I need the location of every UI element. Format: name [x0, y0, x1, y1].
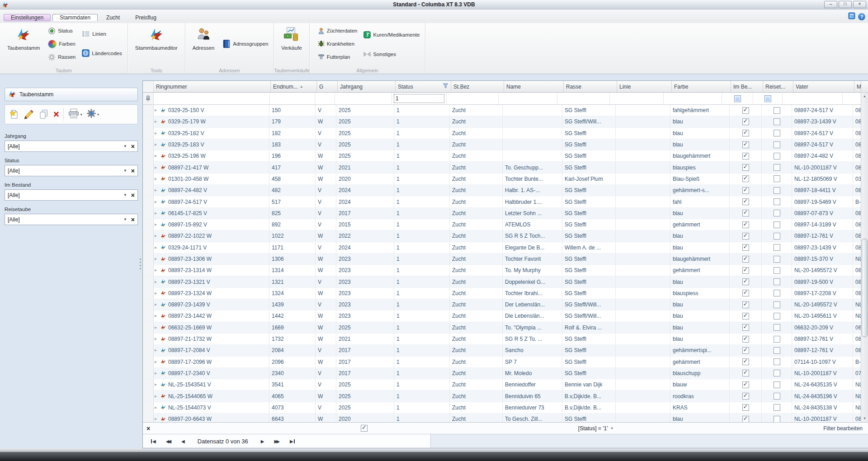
tab-einstellungen[interactable]: Einstellungen [4, 14, 51, 21]
table-row[interactable]: ▶0329-25-196 W196W20251ZuchtSG Stefflbla… [143, 151, 861, 162]
column-header-ring[interactable]: Ringnummer [154, 81, 271, 92]
filter-funnel-icon[interactable] [443, 83, 448, 90]
reisetaube-checkbox[interactable] [774, 347, 780, 354]
expand-row-icon[interactable]: ▶ [155, 212, 159, 215]
imbestand-checkbox[interactable]: ✓ [742, 278, 749, 285]
table-row[interactable]: ▶08897-22-1022 W1022W20221ZuchtSG R 5 Z … [143, 230, 861, 242]
reisetaube-checkbox[interactable] [774, 107, 780, 114]
imbestand-checkbox[interactable]: ✓ [742, 198, 749, 205]
filter-combo-jahrgang[interactable]: [Alle]▼× [5, 141, 138, 152]
maximize-button[interactable]: □ [839, 1, 852, 8]
table-row[interactable]: ▶08897-21-1732 W1732W20211ZuchtSG R 5 Z … [143, 334, 861, 345]
reisetaube-checkbox[interactable] [774, 244, 780, 251]
copy-record-button[interactable] [38, 109, 49, 120]
reisetaube-checkbox[interactable] [774, 393, 780, 400]
new-record-button[interactable] [9, 109, 19, 120]
table-row[interactable]: ▶06145-17-825 V825V20171ZuchtLetzter Soh… [143, 208, 861, 219]
autofilter-cell-ring[interactable] [154, 93, 270, 104]
reisetaube-checkbox[interactable] [774, 210, 780, 216]
expand-row-icon[interactable]: ▶ [155, 188, 159, 192]
column-header-endnr[interactable]: Endnum...▲ [271, 81, 317, 92]
delete-record-button[interactable]: × [53, 109, 59, 119]
ribbon-button-farben[interactable]: Farben [46, 39, 77, 49]
nav-next-page-button[interactable]: ▶▶ [274, 439, 280, 444]
imbestand-checkbox[interactable]: ✓ [742, 381, 749, 388]
help-icon[interactable]: ? [858, 13, 865, 20]
column-header-linie[interactable]: Linie [617, 81, 672, 92]
scroll-down-icon[interactable]: ▼ [861, 415, 868, 422]
ribbon-button-taubenstamm[interactable]: Taubenstamm [4, 24, 43, 52]
ribbon-button-adressen[interactable]: Adressen [189, 24, 218, 52]
table-row[interactable]: ▶08897-17-2084 V2084V20171ZuchtSanchoSG … [143, 345, 861, 356]
remove-filter-icon[interactable]: × [146, 425, 150, 432]
ribbon-button-verkäufe[interactable]: Verkäufe [278, 24, 305, 52]
reisetaube-checkbox[interactable] [774, 381, 780, 388]
reisetaube-checkbox[interactable] [774, 267, 780, 274]
table-row[interactable]: ▶08897-23-1306 W1306W20231ZuchtTochter F… [143, 254, 861, 265]
column-header-farbe[interactable]: Farbe [672, 81, 731, 92]
autofilter-cell-rasse[interactable] [557, 93, 610, 104]
imbestand-checkbox[interactable]: ✓ [742, 301, 749, 308]
tab-stammdaten[interactable]: Stammdaten [52, 14, 98, 21]
reisetaube-checkbox[interactable] [774, 301, 780, 308]
autofilter-cell-reisetaube[interactable] [753, 93, 783, 104]
reisetaube-checkbox[interactable] [774, 370, 780, 376]
table-row[interactable]: ▶08897-17-2096 W2096W20171ZuchtSP 7SG St… [143, 357, 861, 368]
expand-row-icon[interactable]: ▶ [155, 326, 159, 329]
autofilter-cell-vater[interactable] [783, 93, 843, 104]
imbestand-checkbox[interactable]: ✓ [742, 370, 749, 376]
ribbon-button-rassen[interactable]: Rassen [46, 53, 77, 61]
filter-combo-status[interactable]: [Alle]▼× [5, 165, 138, 176]
reisetaube-checkbox[interactable] [774, 175, 780, 182]
imbestand-checkbox[interactable]: ✓ [742, 130, 749, 136]
tab-preisflug[interactable]: Preisflug [128, 14, 163, 21]
nav-first-button[interactable]: ◀ [151, 439, 156, 444]
print-button[interactable]: ▾ [68, 108, 82, 121]
column-header-stbez[interactable]: St.Bez [451, 81, 504, 92]
chevron-down-icon[interactable]: ▼ [123, 144, 127, 148]
reisetaube-checkbox[interactable] [774, 198, 780, 205]
table-row[interactable]: ▶08897-23-1442 W1442W20231ZuchtDie Leben… [143, 310, 861, 322]
expand-row-icon[interactable]: ▶ [155, 166, 159, 169]
autofilter-cell-g[interactable] [315, 93, 335, 104]
reisetaube-checkbox[interactable] [774, 324, 780, 331]
table-row[interactable]: ▶08897-23-1439 V1439V20231ZuchtDer Leben… [143, 299, 861, 310]
table-row[interactable]: ▶08897-15-892 V892V20151ZuchtATEMLOSSG S… [143, 219, 861, 230]
imbestand-checkbox[interactable]: ✓ [742, 404, 749, 411]
ribbon-button-stammbaumeditor[interactable]: Stammbaumeditor [132, 24, 181, 52]
chevron-down-icon[interactable]: ▼ [123, 169, 127, 173]
ribbon-button-kuren-medikamente[interactable]: Kuren/Medikamente [362, 31, 421, 39]
ribbon-button-futterplan[interactable]: Futterplan [316, 53, 359, 61]
settings-button[interactable]: ▾ [86, 108, 99, 120]
edit-record-button[interactable] [24, 109, 34, 120]
filter-combo-im-bestand[interactable]: [Alle]▼× [5, 189, 138, 201]
minimize-button[interactable]: – [824, 1, 837, 8]
reisetaube-checkbox[interactable] [774, 278, 780, 285]
table-row[interactable]: ▶08897-23-1321 V1321V20231ZuchtDoppelenk… [143, 276, 861, 287]
table-row[interactable]: ▶0329-25-179 W179W20251ZuchtSG Steffl/Wi… [143, 116, 861, 127]
imbestand-checkbox[interactable]: ✓ [742, 118, 749, 125]
autofilter-cell-jahrgang[interactable] [335, 93, 392, 104]
imbestand-checkbox[interactable]: ✓ [742, 187, 749, 194]
imbestand-checkbox[interactable]: ✓ [742, 313, 749, 320]
expand-row-icon[interactable]: ▶ [155, 246, 159, 249]
column-header-rasse[interactable]: Rasse [564, 81, 617, 92]
imbestand-checkbox[interactable]: ✓ [742, 221, 749, 228]
chevron-down-icon[interactable]: ▼ [123, 193, 127, 197]
filter-dropdown-icon[interactable]: ▾ [611, 426, 613, 430]
status-filter-input[interactable]: 1 [394, 94, 444, 103]
expand-row-icon[interactable]: ▶ [155, 303, 159, 306]
ribbon-button-status[interactable]: Status [46, 27, 77, 35]
expand-row-icon[interactable]: ▶ [155, 383, 159, 386]
table-row[interactable]: ▶NL-25-1544065 W4065W20251ZuchtBenniduiv… [143, 390, 861, 402]
reisetaube-checkbox[interactable] [774, 336, 780, 343]
expand-row-icon[interactable]: ▶ [155, 406, 159, 409]
nav-next-button[interactable]: ▶ [261, 439, 264, 444]
expand-row-icon[interactable]: ▶ [155, 314, 159, 318]
imbestand-checkbox[interactable]: ✓ [742, 233, 749, 240]
expand-row-icon[interactable]: ▶ [155, 280, 159, 284]
autofilter-cell-mutter[interactable] [843, 93, 861, 104]
reisetaube-checkbox[interactable] [774, 187, 780, 194]
imbestand-checkbox[interactable]: ✓ [742, 416, 749, 422]
autofilter-cell-stbez[interactable] [447, 93, 499, 104]
